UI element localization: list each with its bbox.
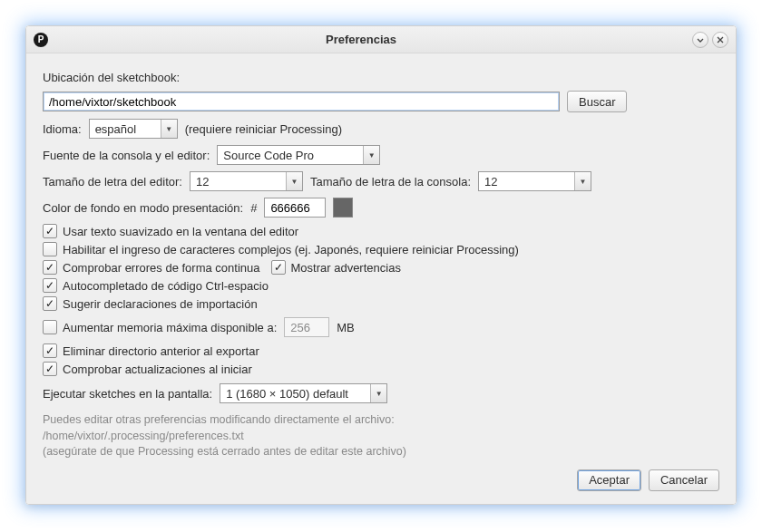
delete-previous-checkbox[interactable]: ✓ Eliminar directorio anterior al export…	[43, 343, 259, 358]
smooth-text-checkbox[interactable]: ✓ Usar texto suavizado en la ventana del…	[43, 224, 298, 238]
show-warnings-checkbox[interactable]: ✓ Mostrar advertencias	[271, 260, 401, 275]
footer-line3: (asegúrate de que Processing está cerrad…	[43, 444, 719, 460]
chevron-down-icon: ▼	[286, 172, 302, 190]
display-value: 1 (1680 × 1050) default	[220, 387, 370, 401]
import-suggest-checkbox[interactable]: ✓ Sugerir declaraciones de importación	[43, 296, 258, 311]
checkbox-empty-icon	[43, 242, 57, 256]
footer-line2: /home/vixtor/.processing/preferences.txt	[43, 429, 719, 445]
check-icon: ✓	[43, 362, 57, 376]
check-updates-checkbox[interactable]: ✓ Comprobar actualizaciones al iniciar	[43, 362, 252, 376]
bgcolor-swatch[interactable]	[333, 198, 353, 218]
language-hint: (requiere reiniciar Processing)	[185, 122, 342, 136]
close-button[interactable]	[712, 32, 728, 48]
browse-button[interactable]: Buscar	[567, 91, 627, 112]
delete-previous-label: Eliminar directorio anterior al exportar	[63, 344, 259, 358]
editor-size-select[interactable]: 12 ▼	[190, 171, 303, 191]
autocomplete-checkbox[interactable]: ✓ Autocompletado de código Ctrl-espacio	[43, 278, 269, 293]
chevron-down-icon: ▼	[574, 172, 591, 190]
cancel-button[interactable]: Cancelar	[649, 469, 719, 491]
continuous-errors-checkbox[interactable]: ✓ Comprobar errores de forma continua	[43, 260, 260, 275]
show-warnings-label: Mostrar advertencias	[291, 261, 401, 275]
editor-size-label: Tamaño de letra del editor:	[43, 175, 182, 189]
font-label: Fuente de la consola y el editor:	[43, 149, 210, 162]
memory-unit: MB	[337, 321, 355, 334]
console-size-select[interactable]: 12 ▼	[478, 171, 591, 191]
check-icon: ✓	[271, 260, 286, 275]
check-icon: ✓	[43, 224, 57, 238]
bgcolor-label: Color de fondo en modo presentación:	[43, 201, 243, 215]
language-select[interactable]: español ▼	[89, 119, 178, 139]
window-title: Preferencias	[34, 33, 689, 46]
check-updates-label: Comprobar actualizaciones al iniciar	[63, 363, 252, 376]
footer-note: Puedes editar otras preferencias modific…	[43, 412, 719, 460]
max-memory-label: Aumentar memoria máxima disponible a:	[63, 321, 277, 334]
preferences-dialog: P Preferencias Ubicación del sketchbook:…	[25, 25, 737, 505]
memory-input	[284, 317, 329, 337]
complex-input-label: Habilitar el ingreso de caracteres compl…	[63, 243, 519, 256]
language-value: español	[90, 122, 161, 136]
footer-line1: Puedes editar otras preferencias modific…	[43, 412, 719, 429]
sketchbook-location-label: Ubicación del sketchbook:	[43, 71, 180, 84]
editor-size-value: 12	[190, 175, 286, 189]
minimize-button[interactable]	[692, 32, 708, 48]
sketchbook-path-input[interactable]	[43, 92, 560, 111]
check-icon: ✓	[43, 296, 57, 311]
chevron-down-icon: ▼	[363, 146, 379, 164]
check-icon: ✓	[43, 343, 57, 358]
language-label: Idioma:	[43, 122, 82, 136]
check-icon: ✓	[43, 260, 57, 275]
max-memory-checkbox[interactable]: Aumentar memoria máxima disponible a:	[43, 320, 277, 334]
font-value: Source Code Pro	[218, 149, 363, 162]
font-select[interactable]: Source Code Pro ▼	[217, 145, 380, 165]
chevron-down-icon: ▼	[161, 120, 177, 138]
smooth-text-label: Usar texto suavizado en la ventana del e…	[63, 225, 298, 238]
display-label: Ejecutar sketches en la pantalla:	[43, 387, 212, 401]
ok-button[interactable]: Aceptar	[577, 469, 641, 491]
continuous-errors-label: Comprobar errores de forma continua	[63, 261, 260, 275]
check-icon: ✓	[43, 278, 57, 293]
hash-symbol: #	[250, 201, 257, 215]
display-select[interactable]: 1 (1680 × 1050) default ▼	[220, 383, 387, 403]
import-suggest-label: Sugerir declaraciones de importación	[63, 297, 258, 311]
bgcolor-input[interactable]	[264, 198, 326, 218]
console-size-value: 12	[479, 175, 574, 189]
dialog-content: Ubicación del sketchbook: Buscar Idioma:…	[26, 53, 736, 504]
chevron-down-icon: ▼	[370, 384, 386, 402]
titlebar: P Preferencias	[26, 26, 736, 53]
complex-input-checkbox[interactable]: Habilitar el ingreso de caracteres compl…	[43, 242, 519, 256]
checkbox-empty-icon	[43, 320, 57, 334]
console-size-label: Tamaño de letra de la consola:	[310, 175, 471, 189]
autocomplete-label: Autocompletado de código Ctrl-espacio	[63, 279, 269, 293]
